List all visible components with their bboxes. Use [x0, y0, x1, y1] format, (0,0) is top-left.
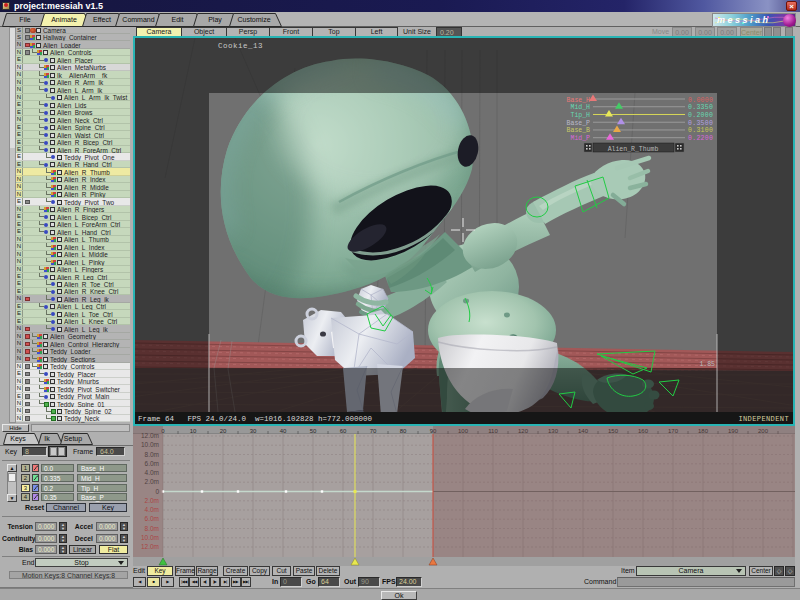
svg-text:10: 10: [190, 428, 197, 434]
svg-text:Frame 64 FPS 24.0/24.0 w=10: Frame 64 FPS 24.0/24.0 w=1016.102828 h=7…: [138, 415, 373, 423]
svg-text:0.2200: 0.2200: [688, 135, 713, 142]
svg-text:20: 20: [220, 428, 227, 434]
svg-text:30: 30: [250, 428, 257, 434]
svg-text:50: 50: [310, 428, 317, 434]
svg-text:40: 40: [280, 428, 287, 434]
svg-text:80: 80: [400, 428, 407, 434]
svg-text:Mid_H: Mid_H: [570, 104, 590, 111]
svg-text:0.2000: 0.2000: [688, 112, 713, 119]
svg-text:0.3100: 0.3100: [688, 127, 713, 134]
svg-text:60: 60: [340, 428, 347, 434]
svg-text:0.3350: 0.3350: [688, 104, 713, 111]
svg-text:1.85: 1.85: [699, 361, 715, 368]
svg-text:Base_B: Base_B: [567, 127, 591, 134]
svg-text:Mid_P: Mid_P: [570, 135, 590, 142]
svg-text:Cookie_13: Cookie_13: [218, 42, 263, 50]
svg-text:Base_P: Base_P: [567, 120, 591, 127]
svg-text:Base_H: Base_H: [567, 97, 591, 104]
svg-text:Tip_H: Tip_H: [570, 112, 590, 119]
svg-text:Alien_R_Thumb: Alien_R_Thumb: [608, 146, 659, 153]
svg-text:INDEPENDENT: INDEPENDENT: [738, 415, 789, 423]
svg-text:70: 70: [370, 428, 377, 434]
svg-text:0.0000: 0.0000: [688, 97, 713, 104]
svg-text:0.3500: 0.3500: [688, 120, 713, 127]
